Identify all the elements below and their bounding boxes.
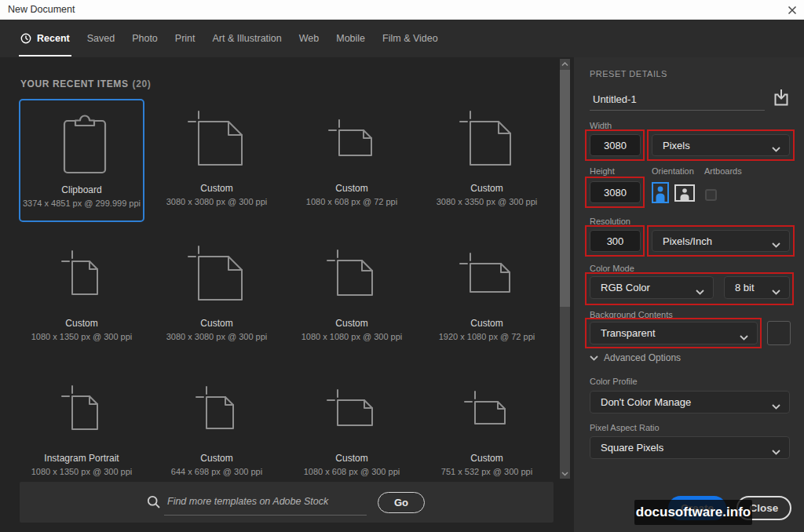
template-item-instagram-portrait[interactable]: Instagram Portrait1080 x 1350 px @ 300 p…	[19, 369, 144, 492]
tab-label: Mobile	[336, 33, 365, 44]
tab-saved[interactable]: Saved	[87, 20, 115, 57]
template-item-name: Custom	[154, 183, 280, 194]
tab-photo[interactable]: Photo	[132, 20, 158, 57]
orientation-portrait-button[interactable]	[652, 182, 669, 206]
advanced-options-label: Advanced Options	[604, 352, 681, 363]
template-item-name: Custom	[424, 453, 550, 464]
template-item-custom[interactable]: Custom3080 x 3350 px @ 300 ppi	[424, 99, 550, 222]
template-item-dimensions: 3080 x 3350 px @ 300 ppi	[424, 197, 550, 206]
chevron-down-icon	[590, 352, 598, 363]
recent-items-panel: YOUR RECENT ITEMS(20) Clipboard3374 x 48…	[0, 57, 574, 532]
artboards-checkbox[interactable]	[705, 189, 717, 201]
tab-label: Web	[299, 33, 319, 44]
new-document-dialog: New Document RecentSavedPhotoPrintArt & …	[0, 0, 804, 532]
scroll-up-icon[interactable]	[560, 59, 570, 69]
tab-label: Recent	[37, 33, 70, 44]
tab-mobile[interactable]: Mobile	[336, 20, 365, 57]
document-icon	[424, 240, 550, 315]
template-item-custom[interactable]: Custom751 x 532 px @ 300 ppi	[424, 369, 550, 492]
template-item-name: Clipboard	[20, 184, 143, 195]
window-title: New Document	[8, 0, 75, 20]
template-item-dimensions: 1080 x 1350 px @ 300 ppi	[19, 467, 144, 476]
document-name-underline	[590, 110, 765, 111]
template-item-custom[interactable]: Custom3080 x 3080 px @ 300 ppi	[154, 234, 280, 357]
template-item-custom[interactable]: Custom3080 x 3080 px @ 300 ppi	[154, 99, 280, 222]
template-item-dimensions: 1080 x 1080 px @ 300 ppi	[289, 332, 415, 341]
artboards-label: Artboards	[704, 166, 742, 176]
document-name-input[interactable]: Untitled-1	[593, 93, 637, 105]
go-button[interactable]: Go	[378, 492, 425, 513]
color-profile-value: Don't Color Manage	[601, 396, 691, 408]
scroll-down-icon[interactable]	[560, 468, 570, 479]
template-item-dimensions: 1080 x 1350 px @ 300 ppi	[19, 332, 144, 341]
color-profile-dropdown[interactable]: Don't Color Manage	[590, 391, 790, 414]
template-item-dimensions: 3080 x 3080 px @ 300 ppi	[154, 332, 280, 341]
title-bar: New Document	[0, 0, 804, 20]
template-item-dimensions: 1080 x 608 px @ 72 ppi	[289, 197, 415, 206]
close-icon[interactable]	[785, 3, 799, 17]
template-item-dimensions: 644 x 698 px @ 300 ppi	[154, 467, 280, 476]
document-icon	[154, 105, 280, 180]
orientation-label: Orientation	[652, 166, 694, 176]
recent-items-count: (20)	[133, 78, 152, 89]
template-item-custom[interactable]: Custom1920 x 1080 px @ 72 ppi	[424, 234, 550, 357]
pixel-aspect-ratio-value: Square Pixels	[601, 442, 663, 454]
template-item-custom[interactable]: Custom1080 x 1350 px @ 300 ppi	[19, 234, 144, 357]
recent-items-heading-text: YOUR RECENT ITEMS	[20, 78, 129, 89]
chevron-down-icon	[772, 446, 780, 457]
orientation-landscape-button[interactable]	[674, 184, 695, 205]
template-item-name: Custom	[424, 318, 550, 329]
annotation-box-height-input	[585, 177, 645, 208]
template-item-dimensions: 751 x 532 px @ 300 ppi	[424, 467, 550, 476]
template-item-custom[interactable]: Custom1080 x 608 px @ 72 ppi	[289, 99, 415, 222]
document-icon	[289, 105, 415, 180]
annotation-box-resolution-unit-dropdown	[647, 225, 795, 257]
scrollbar[interactable]	[560, 59, 570, 479]
tab-art-illustration[interactable]: Art & Illustration	[213, 20, 282, 57]
template-item-name: Custom	[289, 183, 415, 194]
tab-label: Saved	[87, 33, 115, 44]
adobe-stock-search-bar: Find more templates on Adobe Stock Go	[20, 482, 554, 523]
tab-label: Film & Video	[382, 33, 438, 44]
document-icon	[154, 375, 280, 450]
clock-icon	[20, 33, 31, 44]
tab-label: Art & Illustration	[213, 33, 282, 44]
template-item-dimensions: 1920 x 1080 px @ 72 ppi	[424, 332, 550, 341]
tab-recent[interactable]: Recent	[20, 20, 70, 57]
document-icon	[154, 240, 280, 315]
template-item-dimensions: 3080 x 3080 px @ 300 ppi	[154, 197, 280, 206]
template-item-dimensions: 1080 x 608 px @ 300 ppi	[289, 467, 415, 476]
search-icon	[146, 494, 162, 513]
tab-label: Photo	[132, 33, 158, 44]
background-color-swatch[interactable]	[767, 321, 791, 345]
document-icon	[19, 240, 144, 315]
recent-items-heading: YOUR RECENT ITEMS(20)	[20, 78, 151, 89]
template-item-custom[interactable]: Custom1080 x 608 px @ 300 ppi	[289, 369, 415, 492]
template-item-name: Custom	[289, 453, 415, 464]
search-input[interactable]: Find more templates on Adobe Stock	[164, 490, 367, 516]
tab-bar: RecentSavedPhotoPrintArt & IllustrationW…	[0, 20, 804, 57]
tab-print[interactable]: Print	[175, 20, 196, 57]
template-item-custom[interactable]: Custom1080 x 1080 px @ 300 ppi	[289, 234, 415, 357]
annotation-box-color-mode-row	[585, 272, 794, 305]
template-item-custom[interactable]: Custom644 x 698 px @ 300 ppi	[154, 369, 280, 492]
scrollbar-thumb[interactable]	[560, 70, 570, 307]
tab-web[interactable]: Web	[299, 20, 319, 57]
tab-film-video[interactable]: Film & Video	[382, 20, 438, 57]
pixel-aspect-ratio-label: Pixel Aspect Ratio	[590, 423, 660, 432]
preset-details-heading: PRESET DETAILS	[590, 69, 667, 78]
template-item-dimensions: 3374 x 4851 px @ 299.999 ppi	[20, 199, 143, 208]
clipboard-icon	[20, 107, 143, 182]
template-item-clipboard[interactable]: Clipboard3374 x 4851 px @ 299.999 ppi	[19, 99, 144, 222]
search-placeholder: Find more templates on Adobe Stock	[164, 490, 367, 513]
document-icon	[289, 240, 415, 315]
pixel-aspect-ratio-dropdown[interactable]: Square Pixels	[590, 436, 790, 459]
watermark: docusoftware.info	[634, 500, 752, 525]
document-icon	[424, 375, 550, 450]
annotation-box-width-unit-dropdown	[647, 129, 795, 161]
advanced-options-toggle[interactable]: Advanced Options	[590, 352, 681, 363]
save-preset-icon[interactable]	[773, 88, 790, 110]
height-label: Height	[590, 166, 615, 176]
color-profile-label: Color Profile	[590, 377, 638, 386]
annotation-box-background-dropdown	[585, 318, 762, 348]
